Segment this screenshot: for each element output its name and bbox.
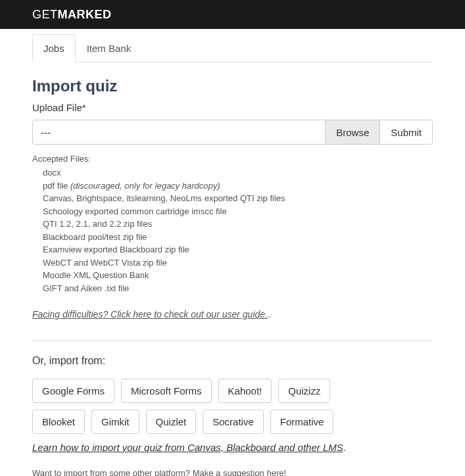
- accepted-file-text: pdf file: [43, 181, 70, 191]
- accepted-file-item: docx: [43, 166, 433, 179]
- header: GETMARKED: [0, 0, 465, 29]
- accepted-file-text: GIFT and Aiken .txt file: [43, 283, 129, 293]
- tabs: Jobs Item Bank: [32, 34, 433, 62]
- platform-button-quizlet[interactable]: Quizlet: [146, 410, 197, 434]
- accepted-file-item: Examview exported Blackboard zip file: [43, 243, 433, 256]
- logo-part1: GET: [32, 8, 58, 21]
- accepted-files-list: docxpdf file (discouraged, only for lega…: [32, 166, 433, 295]
- platform-button-gimkit[interactable]: Gimkit: [91, 410, 139, 434]
- main-content: Jobs Item Bank Import quiz Upload File* …: [0, 34, 465, 476]
- accepted-file-text: Moodle XML Question Bank: [43, 270, 149, 280]
- accepted-file-item: Canvas, Brightspace, itslearning, NeoLms…: [43, 192, 433, 205]
- logo[interactable]: GETMARKED: [32, 8, 112, 22]
- accepted-file-item: QTI 1.2, 2.1, and 2.2 zip files: [43, 218, 433, 231]
- accepted-file-text: Canvas, Brightspace, itslearning, NeoLms…: [43, 193, 285, 203]
- platform-button-microsoft-forms[interactable]: Microsoft Forms: [121, 379, 212, 403]
- browse-button[interactable]: Browse: [325, 120, 379, 144]
- platform-button-blooket[interactable]: Blooket: [32, 410, 85, 434]
- accepted-file-text: WebCT and WebCT Vista zip file: [43, 258, 167, 268]
- accepted-file-item: pdf file (discouraged, only for legacy h…: [43, 179, 433, 193]
- page-title: Import quiz: [32, 77, 433, 95]
- accepted-files-label: Accepted Files:: [32, 154, 433, 164]
- platform-row-2: BlooketGimkitQuizletSocrativeFormative: [32, 410, 433, 434]
- platform-button-quizizz[interactable]: Quizizz: [278, 379, 330, 403]
- help-dot: .: [268, 309, 270, 320]
- upload-row: --- Browse Submit: [32, 120, 433, 145]
- accepted-file-item: Schoology exported common cartridge imsc…: [43, 205, 433, 218]
- submit-button[interactable]: Submit: [379, 120, 432, 144]
- accepted-file-item: Moodle XML Question Bank: [43, 269, 433, 282]
- accepted-file-text: docx: [43, 168, 61, 178]
- accepted-file-text: Blackboard pool/test zip file: [43, 232, 147, 242]
- lms-import-link[interactable]: Learn how to import your quiz from Canva…: [32, 442, 343, 453]
- file-field[interactable]: ---: [33, 120, 325, 144]
- platform-button-google-forms[interactable]: Google Forms: [32, 379, 114, 403]
- upload-label: Upload File*: [32, 102, 433, 113]
- platform-button-socrative[interactable]: Socrative: [203, 410, 264, 434]
- help-link[interactable]: Facing difficulties? Click here to check…: [32, 309, 268, 320]
- logo-part2: MARKED: [58, 8, 112, 21]
- accepted-file-text: Schoology exported common cartridge imsc…: [43, 206, 227, 216]
- divider: [32, 340, 433, 341]
- platform-button-kahoot[interactable]: Kahoot!: [218, 379, 272, 403]
- platform-row-1: Google FormsMicrosoft FormsKahoot!Quiziz…: [32, 379, 433, 403]
- lms-dot: .: [343, 442, 346, 453]
- or-import-label: Or, import from:: [32, 355, 433, 367]
- tab-jobs[interactable]: Jobs: [32, 34, 76, 62]
- accepted-file-item: WebCT and WebCT Vista zip file: [43, 256, 433, 270]
- accepted-file-text: Examview exported Blackboard zip file: [43, 245, 189, 254]
- suggest-link[interactable]: Want to import from some other platform?…: [32, 468, 286, 476]
- tab-item-bank[interactable]: Item Bank: [76, 34, 143, 62]
- accepted-file-item: GIFT and Aiken .txt file: [43, 282, 433, 295]
- accepted-file-note: (discouraged, only for legacy hardcopy): [70, 181, 220, 191]
- accepted-file-item: Blackboard pool/test zip file: [43, 231, 433, 244]
- platform-button-formative[interactable]: Formative: [270, 410, 334, 434]
- accepted-file-text: QTI 1.2, 2.1, and 2.2 zip files: [43, 219, 152, 229]
